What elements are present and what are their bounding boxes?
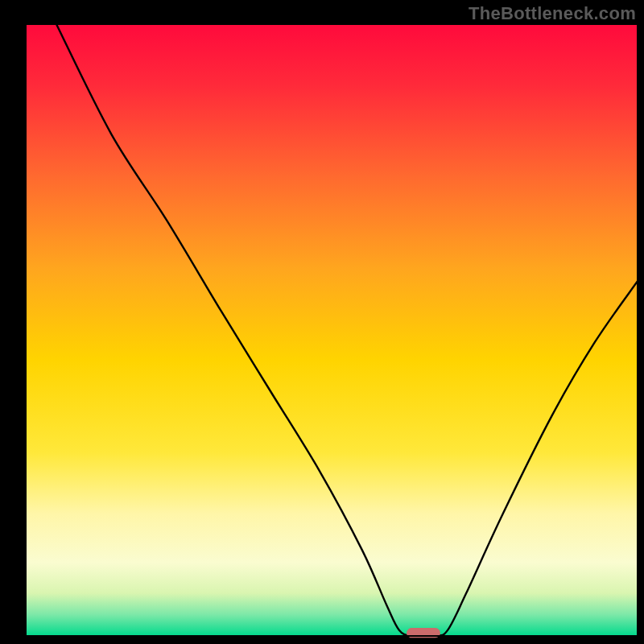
watermark-text: TheBottleneck.com — [469, 3, 636, 24]
plot-background — [26, 24, 638, 636]
bottleneck-chart — [0, 0, 644, 644]
chart-frame: TheBottleneck.com — [0, 0, 644, 644]
